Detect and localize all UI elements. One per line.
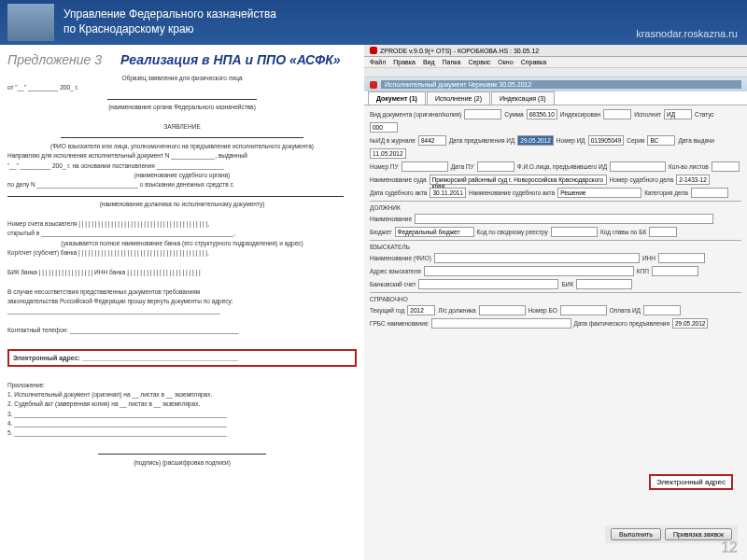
inp-lsd[interactable] [479,305,526,315]
doc-a2: 2. Судебный акт (заверенная копия) на __… [7,399,357,409]
inp-nsd[interactable]: 2-1433-12 [676,175,710,185]
app-sub-text: Исполнительный документ Черновик 30.05.2… [381,80,741,89]
inp-budj[interactable]: Федеральный бюджет [395,227,474,237]
chk-index[interactable] [603,109,631,119]
lbl-dpred: Дата предъявления ИД [449,137,514,144]
inp-dpu[interactable] [477,161,514,172]
lbl-naimSud: Наименование судебного акта [469,189,555,196]
lbl-adr: Адрес взыскателя [370,268,421,274]
lbl-vfio: Наименование (ФИО) [370,255,431,261]
inp-opl[interactable] [643,305,681,315]
lbl-nid: Номер ИД [557,137,585,144]
menu-file[interactable]: Файл [370,59,386,65]
document-body: Образец заявления для физического лица о… [7,74,357,468]
doc-icon [370,81,377,89]
inp-adr[interactable] [424,266,634,276]
menu-window[interactable]: Окно [498,59,513,65]
execute-button[interactable]: Выполнить [611,528,661,540]
inp-kolvo[interactable] [712,161,740,172]
inp-kpp[interactable] [652,266,698,276]
doc-acc2: открытый в _____________________________… [7,229,357,238]
lbl-inn: ИНН [642,255,655,261]
inp-nid[interactable]: 013905049 [588,135,625,146]
doc-bik: БИК банка | | | | | | | | | | | | | | | … [7,268,357,277]
app-titlebar: ZPRODE v.9.0.9(+ OTS) - КОРОБКОВА.НS : 3… [364,45,747,57]
header-title: Управление Федерального казначейства по … [63,7,276,36]
inp-vfio[interactable] [434,253,640,263]
lbl-fio: Ф.И.О.лица, предъявившего ИД [517,163,607,170]
inp-dvyd[interactable]: 11.05.2012 [370,148,406,159]
button-bar: Выполнить Привязка заявок [605,525,738,543]
doc-l1: Направляю для исполнения исполнительный … [7,151,357,161]
lbl-index: Индексирован [560,111,600,118]
lbl-lsd: Л/с должника [438,307,475,314]
tabstrip[interactable]: Документ (1) Исполнение (2) Индексация (… [364,91,747,105]
inp-bik[interactable] [576,279,632,289]
inp-naimSud[interactable]: Решение [557,188,641,198]
inp-kat[interactable] [691,188,728,198]
inp-bank[interactable] [418,279,558,289]
lbl-dfp: Дата фактического предъявления [574,320,669,327]
inp-nbo[interactable] [560,305,607,315]
doc-ret3: ________________________________________… [7,306,357,315]
inp-dsud[interactable]: 30.11.2011 [430,188,466,198]
doc-a5: 5. _____________________________________… [7,428,357,438]
left-pane: Предложение 3 Реализация в НПА и ППО «АС… [0,45,364,560]
app-menubar[interactable]: Файл Правка Вид Папка Сервис Окно Справк… [364,57,747,68]
lbl-bik: БИК [561,281,573,287]
inp-dpred[interactable]: 29.05.2012 [517,135,554,146]
inp-grbs[interactable] [431,318,571,329]
doc-sud-hint: (наименование судебного органа) [7,171,357,180]
lbl-grbs: ГРБС наименование [370,320,429,327]
inp-naim[interactable] [415,214,713,224]
doc-sample: Образец заявления для физического лица [7,74,357,83]
proposal-num: Предложение 3 [7,50,102,70]
email-highlight-box: Электронный адрес: _____________________… [7,349,357,367]
menu-view[interactable]: Вид [423,59,435,65]
app-title-text: ZPRODE v.9.0.9(+ OTS) - КОРОБКОВА.НS : 3… [380,48,539,54]
inp-fio[interactable] [610,161,666,172]
lbl-npu: Номер ПУ [370,163,399,170]
menu-folder[interactable]: Папка [443,59,461,65]
lbl-sud: Наименование суда [370,176,427,183]
inp-ksr[interactable] [551,227,598,237]
lbl-vid: Вид документа (оригинал/копия) [370,111,461,118]
doc-org-hint: (наименование органа Федерального казнач… [7,103,357,112]
lbl-bank: Банковский счет [370,281,416,287]
menu-help[interactable]: Справка [521,59,546,65]
menu-edit[interactable]: Правка [393,59,416,65]
doc-heading: ЗАЯВЛЕНИЕ [7,122,357,132]
doc-kor: Кор/счет (субсчет) банка | | | | | | | |… [7,248,357,258]
inp-dfp[interactable]: 29.05.2012 [672,318,709,329]
email-highlight-box-2: Электронный адрес [649,474,733,490]
tab-exec[interactable]: Исполнение (2) [427,91,490,105]
inp-status[interactable]: 000 [370,122,398,133]
lbl-kpp: КПП [637,268,649,274]
tab-index[interactable]: Индексация (3) [491,91,555,105]
app-icon [370,47,377,54]
lbl-ksr: Код по сводному реестру [477,229,548,235]
header-line1: Управление Федерального казначейства [63,7,276,22]
inp-inn[interactable] [658,253,705,263]
header-line2: по Краснодарскому краю [63,22,276,37]
inp-kgbk[interactable] [649,227,677,237]
lbl-dpu: Дата ПУ [451,163,474,170]
lbl-budj: Бюджет [370,229,392,235]
page-header: Управление Федерального казначейства по … [0,0,747,45]
doc-phone: Контактный телефон: ____________________… [7,326,357,335]
doc-acc1: Номер счета взыскателя | | | | | | | | |… [7,219,357,229]
inp-ser[interactable]: ВС [647,135,675,146]
lbl-kgbk: Код главы по БК [600,229,646,235]
inp-ispol[interactable]: ИД [664,109,692,119]
lbl-dsud: Дата судебного акта [370,189,427,196]
inp-summa[interactable]: 68356.10 [527,109,557,119]
inp-nidj[interactable]: 8442 [418,135,446,146]
menu-service[interactable]: Сервис [468,59,490,65]
lbl-status: Статус [695,111,714,118]
tab-document[interactable]: Документ (1) [368,91,426,105]
inp-vid[interactable] [464,109,501,119]
inp-npu[interactable] [402,161,448,172]
inp-sud[interactable]: Приморский районный суд г. Новороссийска… [430,175,607,185]
app-sub-header: Исполнительный документ Черновик 30.05.2… [364,77,747,91]
inp-tg[interactable]: 2012 [407,305,435,315]
